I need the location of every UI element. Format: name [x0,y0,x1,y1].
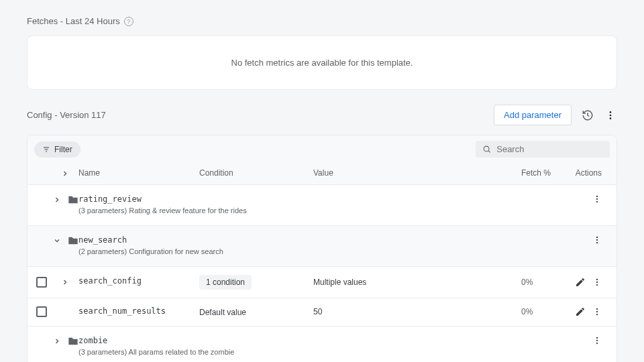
group-desc: (2 parameters) Configuration for new sea… [78,247,561,257]
svg-point-20 [596,337,598,338]
chevron-right-icon[interactable] [60,277,70,288]
help-icon[interactable]: ? [124,17,133,26]
config-bar: Config - Version 117 Add parameter [27,105,617,125]
fetches-empty-card: No fetch metrics are available for this … [27,36,617,90]
more-icon[interactable] [604,109,617,122]
value-cell: 50 [313,307,521,316]
svg-point-16 [596,284,598,286]
folder-icon [68,336,78,347]
svg-point-14 [596,278,598,280]
col-value: Value [313,168,521,179]
col-condition: Condition [199,168,313,179]
filter-chip[interactable]: Filter [34,141,80,158]
svg-point-22 [596,343,598,344]
svg-point-10 [596,201,598,202]
row-more-icon[interactable] [592,307,602,316]
svg-point-15 [596,282,598,283]
filter-icon [42,145,50,154]
chevron-right-icon[interactable] [52,336,62,347]
row-more-icon[interactable] [592,194,602,204]
expand-all-toggle[interactable] [60,168,70,179]
edit-icon[interactable] [575,277,586,288]
group-name: new_search [78,235,561,245]
group-row[interactable]: new_search (2 parameters) Configuration … [28,226,616,267]
history-icon[interactable] [581,109,594,122]
svg-point-6 [484,146,489,152]
add-parameter-button[interactable]: Add parameter [494,105,572,125]
filter-label: Filter [54,145,72,154]
fetch-cell: 0% [521,278,561,287]
col-actions: Actions [561,168,602,179]
edit-icon[interactable] [575,306,586,317]
group-row[interactable]: zombie (3 parameters) All params related… [28,326,616,362]
condition-chip: 1 condition [199,275,252,290]
svg-point-12 [596,239,598,241]
param-name: search_num_results [78,306,199,316]
row-checkbox[interactable] [36,277,47,288]
svg-point-21 [596,340,598,341]
value-cell: Multiple values [313,278,521,287]
fetches-empty-message: No fetch metrics are available for this … [231,58,413,68]
row-more-icon[interactable] [592,235,602,245]
fetch-cell: 0% [521,307,561,316]
param-row[interactable]: search_config 1 condition Multiple value… [28,267,616,298]
svg-line-7 [488,151,490,152]
row-more-icon[interactable] [592,278,602,287]
col-name: Name [78,168,199,179]
svg-point-0 [610,111,612,113]
svg-point-13 [596,242,598,243]
svg-point-18 [596,311,598,312]
svg-point-17 [596,308,598,310]
svg-point-1 [610,114,612,116]
folder-icon [68,194,78,205]
config-title: Config - Version 117 [27,110,106,120]
row-checkbox[interactable] [36,306,47,317]
param-row[interactable]: search_num_results Default value 50 0% [28,298,616,326]
svg-point-2 [610,117,612,119]
folder-icon [68,235,78,246]
svg-point-11 [596,237,598,238]
group-desc: (3 parameters) All params related to the… [78,347,561,357]
group-name: rating_review [78,194,561,204]
column-header-row: Name Condition Value Fetch % Actions [28,163,616,185]
col-fetch: Fetch % [521,168,561,179]
fetches-header: Fetches - Last 24 Hours ? [27,16,617,26]
condition-text: Default value [199,308,246,317]
svg-point-19 [596,314,598,315]
svg-point-8 [596,196,598,197]
table-toolbar: Filter [28,135,616,163]
svg-point-9 [596,198,598,200]
fetches-title: Fetches - Last 24 Hours [27,16,120,26]
group-row[interactable]: rating_review (3 parameters) Rating & re… [28,185,616,226]
group-desc: (3 parameters) Rating & review feature f… [78,206,561,216]
param-name: search_config [78,276,199,286]
chevron-down-icon[interactable] [52,235,62,246]
search-input[interactable] [496,144,603,154]
chevron-right-icon[interactable] [52,194,62,205]
search-icon [482,144,491,154]
group-name: zombie [78,336,561,345]
search-box[interactable] [476,141,610,158]
row-more-icon[interactable] [592,336,602,345]
config-table: Filter Name Condition Value Fetch % Acti… [27,135,617,362]
